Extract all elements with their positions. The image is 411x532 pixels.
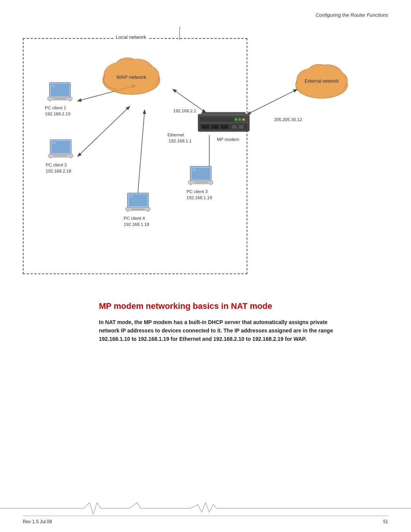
section-body: In NAT mode, the MP modem has a built-in…	[99, 318, 346, 343]
svg-rect-61	[202, 125, 209, 129]
pc-client-3	[186, 166, 217, 190]
svg-rect-36	[54, 155, 67, 157]
ekg-decoration	[0, 501, 411, 516]
footer-revision: Rev 1.5 Jul.08	[23, 519, 52, 524]
section-title: MP modem networking basics in NAT mode	[99, 301, 346, 312]
svg-rect-50	[131, 209, 145, 210]
svg-point-57	[235, 118, 237, 121]
router-device	[198, 110, 247, 135]
wap-ip-label: 192.168.2.1	[173, 109, 196, 113]
svg-rect-37	[49, 157, 52, 158]
svg-rect-66	[199, 114, 249, 115]
svg-rect-53	[129, 195, 133, 198]
eth-ip-label: 192.168.1.1	[169, 139, 192, 143]
svg-rect-31	[69, 100, 71, 101]
svg-point-59	[242, 118, 245, 121]
svg-rect-29	[53, 98, 67, 99]
external-ip-label: 205.205.30.12	[274, 117, 302, 122]
wap-cloud: WAP network	[95, 48, 167, 97]
svg-rect-52	[147, 210, 149, 212]
svg-rect-46	[192, 168, 196, 171]
svg-point-24	[312, 65, 342, 88]
svg-rect-45	[210, 184, 212, 185]
main-content: Local network	[23, 27, 388, 509]
svg-text:WAP network: WAP network	[116, 74, 147, 80]
pc-client-1	[46, 82, 76, 106]
svg-point-58	[239, 118, 241, 121]
pc-client-2	[46, 139, 77, 163]
svg-rect-62	[211, 125, 219, 129]
svg-rect-32	[51, 85, 55, 88]
ethernet-label: Ethernet	[167, 133, 184, 137]
svg-rect-56	[200, 117, 234, 122]
svg-rect-51	[127, 210, 129, 212]
svg-rect-65	[239, 125, 244, 129]
pc-client-4-label: PC client 4 192.168.1.18	[124, 215, 149, 227]
pc-client-3-label: PC client 3 192.168.1.19	[186, 189, 212, 201]
svg-rect-44	[190, 184, 192, 185]
diagram-area: Local network	[23, 27, 388, 293]
footer-page-number: 51	[383, 519, 388, 524]
svg-rect-30	[49, 100, 51, 101]
header-title: Configuring the Router Functions	[315, 12, 388, 18]
external-cloud: External network	[289, 55, 377, 101]
svg-rect-43	[194, 182, 207, 183]
local-network-label: Local network	[114, 34, 148, 40]
svg-text:External network: External network	[304, 78, 339, 84]
page-header: Configuring the Router Functions	[315, 12, 388, 18]
pc-client-2-label: PC client 2 192.168.2.18	[46, 162, 71, 174]
svg-rect-38	[70, 157, 72, 158]
text-section: MP modem networking basics in NAT mode I…	[99, 301, 346, 343]
page-footer: Rev 1.5 Jul.08 51	[23, 516, 388, 524]
pc-client-1-label: PC client 1 192.168.2.19	[45, 105, 70, 117]
svg-rect-64	[232, 125, 237, 129]
pc-client-4	[124, 192, 154, 217]
svg-rect-39	[52, 142, 56, 145]
router-ip-label: MP modem	[217, 137, 239, 142]
svg-rect-63	[221, 125, 228, 129]
